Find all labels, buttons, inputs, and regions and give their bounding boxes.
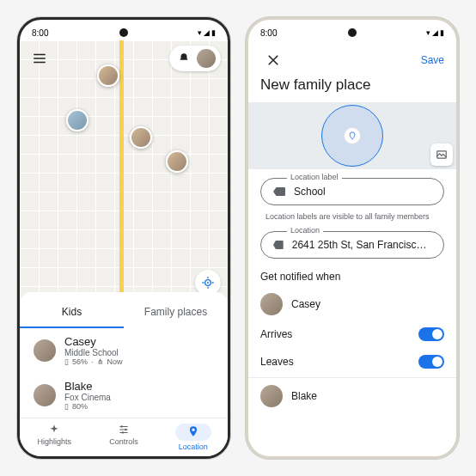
tag-icon — [273, 241, 284, 249]
person-avatar — [260, 385, 283, 407]
kid-meta: ▯ 56% · ⋔ Now — [64, 357, 123, 366]
bell-icon — [178, 52, 190, 64]
status-time: 8:00 — [260, 28, 277, 38]
page-title: New family place — [248, 76, 456, 102]
arrives-switch[interactable] — [418, 327, 444, 341]
geofence-map[interactable] — [248, 102, 456, 169]
wifi-icon: ⋔ — [97, 357, 104, 366]
arrives-label: Arrives — [260, 328, 292, 340]
camera-cutout — [119, 28, 128, 37]
signal-icon: ◢ — [432, 28, 438, 37]
user-avatar — [197, 49, 216, 68]
kid-row[interactable]: Blake Fox Cinema ▯ 80% — [20, 373, 228, 418]
leaves-toggle-row: Leaves — [248, 348, 456, 375]
menu-button[interactable] — [27, 46, 52, 71]
tag-icon — [273, 187, 285, 196]
svg-point-1 — [207, 282, 209, 284]
save-button[interactable]: Save — [421, 54, 444, 66]
map-type-button[interactable] — [430, 143, 453, 166]
camera-cutout — [348, 28, 357, 37]
kid-place: Fox Cinema — [64, 393, 111, 402]
tabs: Kids Family places — [20, 301, 228, 328]
field-label: Location — [287, 226, 323, 235]
image-icon — [436, 149, 448, 161]
sliders-icon — [118, 424, 130, 436]
phone-right-new-place: 8:00 ▾ ◢ ▮ Save New family place — [246, 17, 459, 459]
pin-icon — [187, 425, 199, 437]
location-label-field[interactable]: Location label School — [260, 178, 444, 205]
kid-name: Blake — [64, 380, 111, 393]
leaves-label: Leaves — [260, 356, 294, 368]
nav-controls[interactable]: Controls — [89, 418, 159, 456]
svg-point-4 — [122, 431, 124, 433]
person-name: Casey — [291, 298, 320, 310]
field-value: 2641 25th St, San Francisco, CA 9... — [292, 239, 431, 251]
close-button[interactable] — [260, 47, 286, 73]
nav-highlights[interactable]: Highlights — [20, 418, 89, 456]
bottom-sheet: Kids Family places Casey Middle School ▯… — [20, 292, 228, 456]
tab-family-places[interactable]: Family places — [124, 301, 228, 328]
map-marker-person[interactable] — [166, 150, 188, 173]
battery-icon: ▮ — [440, 28, 444, 37]
svg-point-3 — [125, 429, 126, 430]
kid-row[interactable]: Casey Middle School ▯ 56% · ⋔ Now — [20, 328, 228, 373]
map[interactable] — [20, 40, 228, 302]
field-value: School — [294, 186, 326, 198]
battery-icon: ▯ — [64, 402, 69, 411]
person-avatar — [260, 293, 283, 315]
center-pin — [344, 127, 361, 144]
label-hint: Location labels are visible to all famil… — [248, 209, 456, 223]
map-marker-person[interactable] — [130, 126, 152, 149]
status-icons: ▾ ◢ ▮ — [198, 28, 216, 37]
person-row[interactable]: Casey — [248, 288, 456, 320]
nav-location[interactable]: Location — [158, 418, 228, 456]
sparkle-icon — [48, 424, 60, 436]
kid-avatar — [34, 339, 56, 362]
status-icons: ▾ ◢ ▮ — [426, 28, 444, 37]
battery-icon: ▮ — [211, 28, 216, 37]
svg-point-2 — [121, 425, 123, 427]
tab-kids[interactable]: Kids — [20, 301, 124, 328]
arrives-toggle-row: Arrives — [248, 320, 456, 348]
kid-place: Middle School — [64, 348, 123, 357]
leaves-switch[interactable] — [418, 355, 444, 369]
kid-meta: ▯ 80% — [64, 402, 111, 411]
kid-name: Casey — [64, 335, 123, 348]
status-time: 8:00 — [32, 28, 48, 38]
menu-icon — [32, 51, 47, 66]
field-label: Location label — [287, 173, 342, 181]
notify-header: Get notified when — [248, 262, 456, 288]
map-marker-person[interactable] — [66, 109, 88, 131]
pin-icon — [348, 131, 357, 140]
geofence-radius[interactable] — [321, 105, 383, 167]
wifi-icon: ▾ — [426, 28, 430, 37]
bottom-nav: Highlights Controls Location — [20, 418, 228, 456]
account-pill[interactable] — [169, 46, 221, 71]
location-field[interactable]: Location 2641 25th St, San Francisco, CA… — [260, 231, 444, 259]
person-name: Blake — [291, 390, 317, 402]
wifi-icon: ▾ — [198, 28, 202, 37]
battery-icon: ▯ — [64, 357, 69, 366]
phone-left-map: 8:00 ▾ ◢ ▮ — [17, 17, 230, 459]
person-row[interactable]: Blake — [248, 380, 456, 412]
crosshair-icon — [201, 276, 215, 290]
kid-avatar — [34, 384, 56, 406]
signal-icon: ◢ — [204, 28, 210, 37]
close-icon — [265, 52, 281, 68]
